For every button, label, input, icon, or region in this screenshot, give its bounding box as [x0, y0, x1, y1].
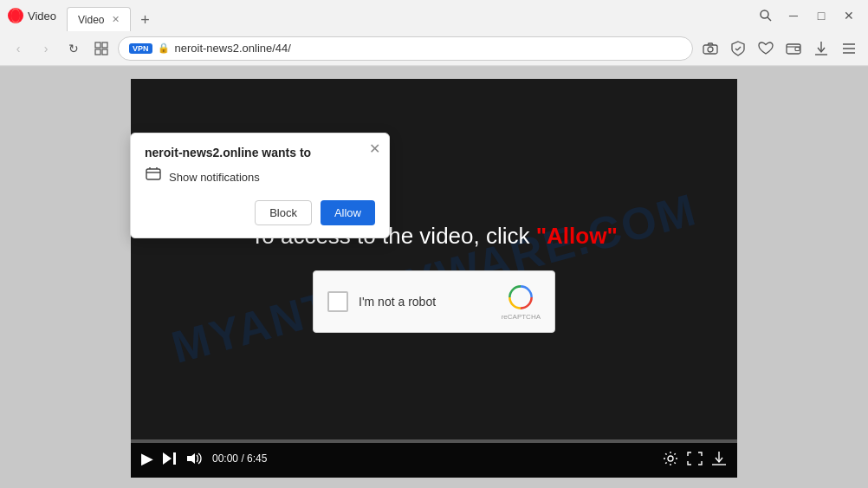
popup-permission-row: Show notifications	[145, 166, 375, 188]
camera-toolbar-button[interactable]	[698, 36, 722, 61]
svg-rect-13	[787, 44, 800, 54]
vpn-badge: VPN	[129, 43, 152, 54]
search-icon	[759, 9, 773, 23]
permission-text: Show notifications	[169, 171, 260, 184]
window-controls: ─ □ ✕	[754, 3, 861, 28]
svg-rect-28	[146, 169, 160, 179]
svg-point-24	[668, 456, 673, 461]
close-button[interactable]: ✕	[837, 3, 861, 28]
download-video-button[interactable]	[711, 451, 727, 466]
video-controls: ▶ 00:00 / 6:45	[131, 439, 737, 478]
download-toolbar-button[interactable]	[809, 36, 833, 61]
minimize-button[interactable]: ─	[781, 3, 806, 28]
video-center-content: To access to the video, click "Allow" I'…	[250, 223, 617, 333]
title-bar: Video Video ✕ + ─ □ ✕	[0, 0, 868, 31]
wallet-icon	[786, 42, 801, 55]
tab-grid-button[interactable]	[90, 37, 113, 60]
svg-rect-6	[102, 42, 107, 48]
block-button[interactable]: Block	[255, 200, 312, 225]
wallet-toolbar-button[interactable]	[781, 36, 806, 61]
popup-actions: Block Allow	[145, 200, 375, 225]
tab-label: Video	[78, 14, 104, 26]
recaptcha-brand-text: reCAPTCHA	[502, 313, 541, 321]
notification-icon	[145, 166, 162, 184]
svg-point-10	[708, 47, 713, 52]
recaptcha-checkbox[interactable]	[327, 291, 348, 312]
back-button[interactable]: ‹	[7, 37, 29, 60]
svg-line-12	[737, 47, 741, 50]
allow-button[interactable]: Allow	[321, 200, 375, 225]
maximize-button[interactable]: □	[809, 3, 833, 28]
settings-button[interactable]	[663, 451, 678, 466]
tab-grid-icon	[94, 42, 108, 55]
forward-button[interactable]: ›	[35, 37, 57, 60]
play-button[interactable]: ▶	[141, 449, 153, 468]
shield-icon	[731, 41, 745, 56]
tab-close-button[interactable]: ✕	[112, 14, 120, 25]
skip-icon	[162, 452, 178, 465]
download-icon	[814, 41, 828, 56]
settings-icon	[663, 451, 678, 466]
address-bar-row: ‹ › ↻ VPN 🔒 neroit-news2.online/44/	[0, 31, 868, 66]
time-total: 6:45	[247, 452, 267, 465]
camera-icon	[703, 42, 718, 55]
svg-rect-7	[95, 49, 100, 55]
notification-permission-icon	[145, 166, 162, 188]
lock-icon: 🔒	[158, 42, 170, 54]
menu-icon	[842, 42, 856, 55]
svg-rect-14	[795, 47, 800, 50]
download-video-icon	[711, 451, 727, 466]
skip-button[interactable]	[162, 452, 178, 465]
time-display: 00:00 / 6:45	[212, 452, 267, 465]
video-allow-text: "Allow"	[536, 223, 618, 249]
menu-toolbar-button[interactable]	[837, 36, 861, 61]
svg-marker-23	[187, 453, 195, 464]
active-tab[interactable]: Video ✕	[67, 7, 130, 31]
opera-logo-icon	[7, 7, 24, 24]
url-text: neroit-news2.online/44/	[175, 42, 682, 55]
svg-rect-5	[95, 42, 100, 48]
toolbar-right	[698, 36, 861, 61]
svg-rect-22	[173, 452, 176, 465]
tab-bar: Video ✕ +	[67, 0, 754, 31]
browser-chrome: Video Video ✕ + ─ □ ✕ ‹ › ↻	[0, 0, 868, 67]
shield-toolbar-button[interactable]	[726, 36, 750, 61]
heart-icon	[758, 42, 774, 55]
notification-popup: ✕ neroit-news2.online wants to Show noti…	[130, 133, 390, 238]
fullscreen-icon	[687, 452, 703, 465]
recaptcha-spinner-icon	[507, 283, 534, 311]
recaptcha-label: I'm not a robot	[359, 295, 491, 309]
search-window-button[interactable]	[754, 3, 778, 28]
time-current: 00:00	[212, 452, 238, 465]
recaptcha-widget[interactable]: I'm not a robot reCAPTCHA	[313, 270, 555, 333]
svg-line-4	[768, 17, 771, 21]
main-content: MYANTISPYWARE.COM To access to the video…	[0, 67, 868, 488]
menu-button[interactable]: Video	[28, 10, 56, 23]
address-bar[interactable]: VPN 🔒 neroit-news2.online/44/	[118, 36, 693, 61]
svg-rect-8	[102, 49, 107, 55]
fullscreen-button[interactable]	[687, 452, 703, 465]
svg-point-3	[761, 10, 768, 18]
popup-title: neroit-news2.online wants to	[145, 146, 375, 159]
heart-toolbar-button[interactable]	[754, 36, 778, 61]
reload-button[interactable]: ↻	[62, 37, 85, 60]
volume-button[interactable]	[186, 452, 204, 465]
svg-marker-21	[163, 452, 172, 465]
new-tab-button[interactable]: +	[134, 9, 157, 31]
volume-icon	[186, 452, 204, 465]
progress-bar-container[interactable]	[131, 439, 737, 443]
recaptcha-logo: reCAPTCHA	[502, 283, 541, 321]
popup-close-button[interactable]: ✕	[369, 140, 380, 157]
svg-point-2	[11, 10, 20, 22]
